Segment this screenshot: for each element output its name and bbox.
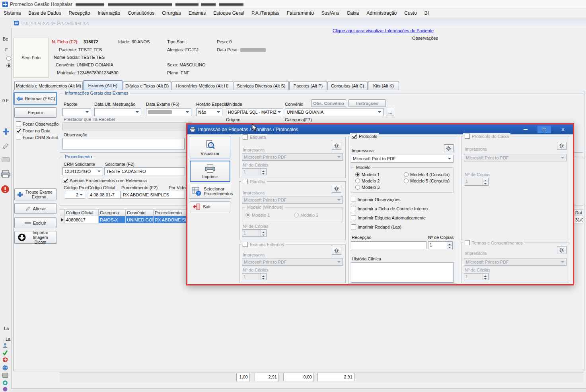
menu-bi[interactable]: BI — [424, 10, 429, 16]
imprimir-etiqueta-auto-checkbox[interactable] — [351, 215, 356, 220]
trouxe-exame-label: Trouxe Exame Externo — [25, 190, 53, 199]
patient-convenio: Convênio: UNIMED GOIANIA — [56, 62, 113, 68]
protocolo-printer-select[interactable]: Microsoft Print to PDF — [351, 155, 454, 163]
menu-faturamento[interactable]: Faturamento — [287, 10, 314, 16]
termos-checkbox[interactable] — [465, 240, 470, 245]
sair-button[interactable]: Sair — [190, 201, 230, 212]
planilha-checkbox[interactable] — [243, 179, 248, 184]
copias-value: 1 — [242, 169, 261, 175]
nome-social: Nome Social: TESTE TES — [54, 55, 105, 60]
tab-kits[interactable]: Kits (Alt K) — [368, 81, 399, 90]
protocolo-caixa-printer-settings-button[interactable] — [557, 142, 567, 150]
grid-header-categoria[interactable]: Categoria — [99, 209, 126, 216]
plano: Plano: ENF — [167, 70, 189, 76]
menu-cirurgias[interactable]: Cirurgias — [162, 10, 181, 16]
menu-sistema[interactable]: Sistema — [4, 10, 21, 16]
grid-cell-convenio[interactable]: UNIMED GOI — [126, 216, 154, 223]
retornar-button[interactable]: Retornar (ESC) — [14, 93, 56, 105]
protocolo-copias-spinner[interactable]: 1 — [428, 241, 453, 249]
codigo-proc-dropdown[interactable]: 2 — [65, 191, 85, 199]
convenio-dropdown[interactable]: UNIMED GOIANIA — [285, 108, 384, 116]
window-title: Lançamentos de Procedimentos — [20, 20, 88, 26]
codigo-oficial-field[interactable]: 4.08.08.01-7 — [88, 191, 121, 199]
etiqueta-checkbox[interactable] — [243, 134, 248, 140]
visualizar-button[interactable]: Visualizar — [190, 136, 230, 159]
tab-exames[interactable]: Exames (Alt E) — [83, 80, 123, 90]
procedimento-field[interactable]: RX ABDOME SIMPLES — [121, 191, 185, 199]
menu-pa-terapias[interactable]: P.A./Terapias — [251, 10, 279, 16]
imprimir-rodape-checkbox[interactable] — [351, 224, 356, 229]
historia-clinica-textarea[interactable] — [351, 262, 454, 283]
tab-materiais-medicamentos[interactable]: Materiais e Medicamentos (Alt M) — [14, 81, 83, 90]
horario-especial-dropdown[interactable]: Não — [196, 108, 222, 116]
focar-crm-checkbox[interactable] — [16, 135, 21, 140]
tab-consultas[interactable]: Consultas (Alt C) — [327, 81, 368, 90]
grid-header-codigo[interactable]: Código Oficial — [65, 209, 99, 216]
focar-na-data-checkbox[interactable] — [16, 128, 21, 133]
grid-header-data[interactable]: Dat — [574, 209, 583, 216]
recepcao-input[interactable] — [351, 241, 426, 249]
imprimir-button[interactable]: Imprimir — [190, 161, 230, 182]
protocolo-checkbox[interactable] — [352, 134, 357, 139]
close-button[interactable]: × — [556, 126, 570, 133]
imprimir-observacoes-checkbox[interactable] — [351, 197, 356, 202]
preparo-button[interactable]: Preparo — [14, 107, 56, 118]
solicitante-value: TESTE CADASTRO — [106, 169, 146, 174]
menu-consultorios[interactable]: Consultórios — [128, 10, 154, 16]
excluir-button[interactable]: Excluir — [14, 217, 56, 228]
importar-dicom-button[interactable]: Importar Imagem Dicom — [14, 231, 56, 244]
menu-base-de-dados[interactable]: Base de Dados — [28, 10, 61, 16]
mouse-cursor — [252, 124, 257, 132]
protocolo-modelo2-radio[interactable] — [355, 179, 360, 183]
maximize-button[interactable] — [537, 126, 551, 133]
focar-observacao-checkbox[interactable] — [16, 121, 21, 126]
crm-solicitante-dropdown[interactable]: 12341234GO — [62, 167, 103, 175]
trouxe-exame-button[interactable]: Trouxe Exame Externo — [14, 188, 56, 200]
menu-custo[interactable]: Custo — [404, 10, 417, 16]
protocolo-modelo3-radio[interactable] — [355, 185, 360, 190]
protocolo-modelo5-radio[interactable] — [404, 179, 409, 183]
observacao-field[interactable] — [62, 138, 185, 149]
protocolo-modelo1-radio[interactable] — [355, 172, 360, 177]
exames-externos-printer-settings-button[interactable] — [332, 247, 341, 255]
menu-recepcao[interactable]: Recepção — [68, 10, 90, 16]
exames-externos-checkbox[interactable] — [243, 242, 248, 247]
menu-exames[interactable]: Exames — [189, 10, 206, 16]
selecionar-procedimentos-button[interactable]: ? Selecionar Procedimentos — [189, 184, 231, 199]
tab-servicos-diversos[interactable]: Serviços Diversos (Alt S) — [234, 81, 289, 90]
termos-printer-settings-button[interactable] — [557, 246, 567, 254]
protocolo-caixa-checkbox[interactable] — [465, 134, 470, 139]
solicitante-field[interactable]: TESTE CADASTRO — [104, 167, 185, 175]
grid-header-convenio[interactable]: Convênio — [126, 209, 154, 216]
exames-externos-printer-select: Microsoft Print to PDF — [242, 258, 343, 266]
menu-sus-ans[interactable]: Sus/Ans — [321, 10, 339, 16]
obs-convenio-button[interactable]: Obs. Convênio — [311, 99, 346, 107]
apenas-referencia-checkbox[interactable] — [63, 178, 68, 183]
menu-estoque-geral[interactable]: Estoque Geral — [213, 10, 244, 16]
convenio-more-button[interactable]: ... — [386, 108, 394, 116]
alterar-button[interactable]: Alterar — [14, 203, 56, 214]
protocolo-modelo4-radio[interactable] — [404, 172, 409, 177]
data-exame-dropdown[interactable] — [146, 108, 191, 116]
tab-diarias-taxas[interactable]: Diárias e Taxas (Alt D) — [123, 81, 171, 90]
grid-cell-codigo[interactable]: 40808017 — [65, 216, 99, 223]
menu-internacao[interactable]: Internação — [97, 10, 120, 16]
etiqueta-printer-settings-button[interactable] — [332, 142, 341, 150]
instrucoes-button[interactable]: Instruções — [348, 99, 386, 107]
tab-honorarios-medicos[interactable]: Honorários Médicos (Alt H) — [171, 81, 233, 90]
minimize-button[interactable] — [519, 126, 532, 133]
menu-caixa[interactable]: Caixa — [347, 10, 359, 16]
menu-administracao[interactable]: Administração — [366, 10, 397, 16]
grid-cell-categoria[interactable]: RAIOS-X — [99, 216, 126, 223]
unidade-dropdown[interactable]: HOSPITAL SQL - MATRIZ — [226, 108, 283, 116]
planilha-printer-settings-button[interactable] — [332, 185, 341, 193]
tab-pacotes[interactable]: Pacotes (Alt P) — [289, 81, 327, 90]
imprimir-ficha-label: Imprimir a Ficha de Controle Interno — [358, 206, 428, 212]
patient-info-link[interactable]: Clique aqui para visualizar Informações … — [333, 28, 434, 33]
grid-cell-data[interactable]: 31/0 — [574, 216, 583, 223]
pacote-dropdown[interactable] — [62, 108, 91, 116]
clipped-label: Be — [3, 37, 8, 42]
protocolo-printer-settings-button[interactable] — [444, 144, 454, 152]
imprimir-ficha-checkbox[interactable] — [351, 206, 356, 211]
data-ult-dropdown[interactable] — [94, 108, 141, 116]
